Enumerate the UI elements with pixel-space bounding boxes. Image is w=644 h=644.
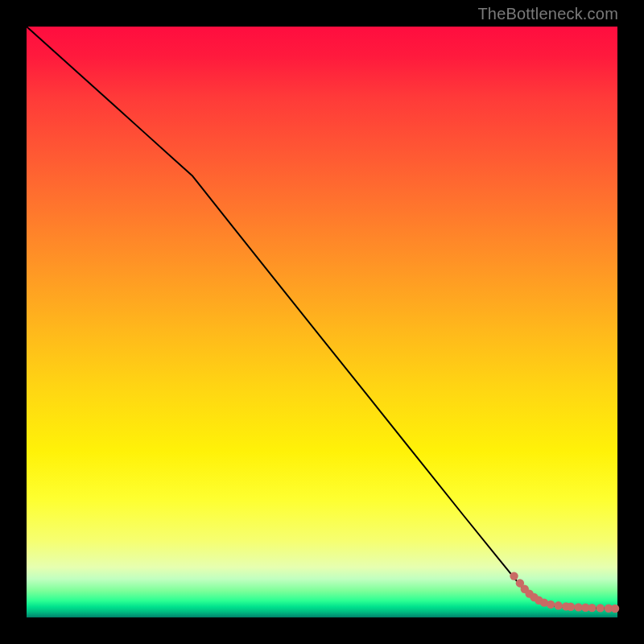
watermark-text: TheBottleneck.com xyxy=(477,5,618,23)
chart-plot-area xyxy=(27,27,617,617)
chart-frame: TheBottleneck.com xyxy=(0,0,644,644)
